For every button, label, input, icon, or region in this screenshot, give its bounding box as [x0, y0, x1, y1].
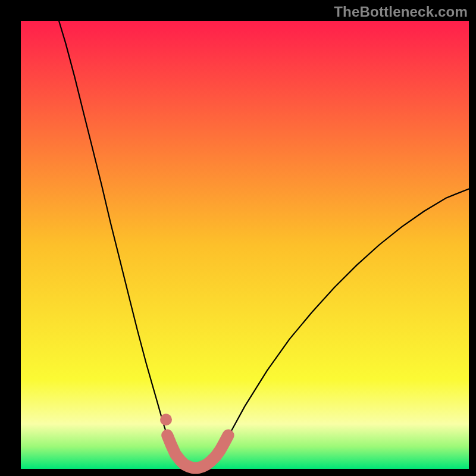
highlight-start-dot — [160, 414, 172, 425]
watermark-text: TheBottleneck.com — [334, 4, 468, 20]
chart-frame: TheBottleneck.com — [0, 0, 476, 476]
bottleneck-chart — [0, 0, 476, 476]
plot-background — [21, 21, 469, 469]
